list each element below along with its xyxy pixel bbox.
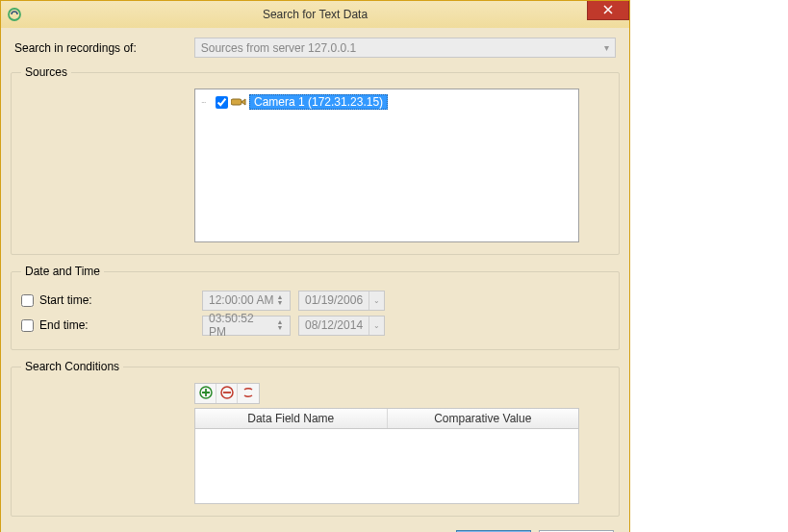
- titlebar: Search for Text Data: [1, 1, 629, 28]
- sources-group: Sources ··· Camera 1 (172.31.23.15): [11, 65, 620, 255]
- spinner-buttons-icon: ▲▼: [274, 294, 286, 306]
- source-checkbox[interactable]: [216, 96, 228, 109]
- search-in-row: Search in recordings of: Sources from se…: [11, 38, 620, 58]
- app-icon: [7, 7, 22, 22]
- chevron-down-icon: ⌄: [369, 317, 380, 335]
- minus-icon: [220, 386, 234, 402]
- end-date-value: 08/12/2014: [305, 318, 363, 332]
- start-time-checkbox[interactable]: [21, 294, 34, 307]
- chevron-down-icon: ⌄: [369, 291, 380, 310]
- svg-point-0: [9, 9, 20, 20]
- start-time-row: Start time: 12:00:00 AM ▲▼ 01/19/2006 ⌄: [21, 288, 609, 313]
- start-time-value: 12:00:00 AM: [209, 293, 273, 307]
- sources-tree[interactable]: ··· Camera 1 (172.31.23.15): [194, 89, 579, 242]
- plus-icon: [199, 386, 213, 402]
- clear-icon: [241, 386, 255, 402]
- start-time-checkbox-label[interactable]: Start time:: [21, 293, 194, 307]
- server-combo-value: Sources from server 127.0.0.1: [201, 41, 356, 55]
- search-in-label: Search in recordings of:: [14, 41, 137, 55]
- end-time-checkbox[interactable]: [21, 319, 34, 332]
- sources-legend: Sources: [21, 65, 71, 79]
- tree-connector: ···: [201, 97, 213, 107]
- start-time-label: Start time:: [39, 293, 92, 307]
- end-time-row: End time: 03:50:52 PM ▲▼ 08/12/2014 ⌄: [21, 313, 609, 338]
- conditions-toolbar: [194, 383, 260, 404]
- end-time-value: 03:50:52 PM: [209, 312, 274, 339]
- conditions-panel: Data Field Name Comparative Value: [194, 383, 579, 504]
- close-window-button[interactable]: [587, 1, 629, 20]
- column-header-value[interactable]: Comparative Value: [388, 409, 579, 428]
- conditions-group: Search Conditions: [11, 360, 620, 517]
- conditions-legend: Search Conditions: [21, 360, 123, 373]
- start-date-value: 01/19/2006: [305, 293, 363, 307]
- close-icon: [603, 3, 613, 17]
- server-combo[interactable]: Sources from server 127.0.0.1 ▾: [194, 38, 616, 58]
- start-time-input[interactable]: 12:00:00 AM ▲▼: [202, 291, 291, 311]
- column-header-field[interactable]: Data Field Name: [195, 409, 388, 428]
- end-time-label: End time:: [39, 318, 89, 332]
- conditions-grid-header: Data Field Name Comparative Value: [194, 408, 579, 429]
- datetime-legend: Date and Time: [21, 265, 104, 278]
- window-title: Search for Text Data: [1, 8, 629, 21]
- clear-conditions-button[interactable]: [238, 384, 259, 403]
- end-time-input[interactable]: 03:50:52 PM ▲▼: [202, 316, 291, 336]
- client-area: Search in recordings of: Sources from se…: [1, 28, 629, 532]
- chevron-down-icon: ▾: [604, 42, 609, 53]
- conditions-grid-body[interactable]: [194, 429, 579, 504]
- remove-condition-button[interactable]: [216, 384, 238, 403]
- end-date-input[interactable]: 08/12/2014 ⌄: [298, 316, 385, 336]
- start-date-input[interactable]: 01/19/2006 ⌄: [298, 291, 385, 311]
- dialog-window: Search for Text Data Search in recording…: [0, 0, 630, 532]
- spinner-buttons-icon: ▲▼: [274, 319, 286, 331]
- add-condition-button[interactable]: [195, 384, 216, 403]
- source-label: Camera 1 (172.31.23.15): [249, 94, 388, 110]
- camera-icon: [231, 96, 246, 108]
- datetime-group: Date and Time Start time: 12:00:00 AM ▲▼…: [11, 265, 620, 350]
- end-time-checkbox-label[interactable]: End time:: [21, 318, 194, 332]
- svg-rect-1: [231, 99, 241, 105]
- tree-item[interactable]: ··· Camera 1 (172.31.23.15): [201, 93, 572, 111]
- dialog-footer: Search Close: [11, 526, 620, 532]
